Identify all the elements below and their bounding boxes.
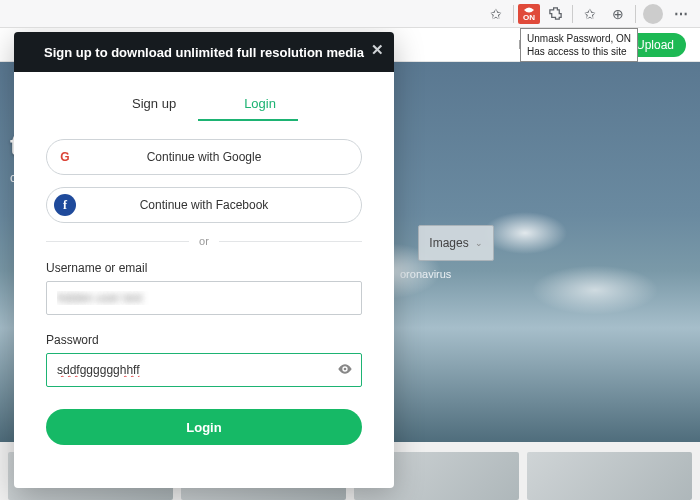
unmask-password-extension-icon[interactable]: ON — [518, 4, 540, 24]
chevron-down-icon: ⌄ — [475, 238, 483, 248]
profile-avatar[interactable] — [640, 3, 666, 25]
or-divider: or — [46, 235, 362, 247]
collections-icon[interactable]: ⊕ — [605, 3, 631, 25]
auth-tabs: Sign up Login — [46, 90, 362, 117]
tab-underline — [198, 119, 298, 121]
separator — [513, 5, 514, 23]
separator — [572, 5, 573, 23]
extension-badge: ON — [523, 14, 535, 22]
thumbnail[interactable] — [527, 452, 692, 500]
password-label: Password — [46, 333, 362, 347]
username-label: Username or email — [46, 261, 362, 275]
favorites-icon[interactable]: ✩ — [577, 3, 603, 25]
modal-body: Sign up Login G Continue with Google f C… — [14, 72, 394, 488]
toggle-password-visibility-icon[interactable] — [337, 361, 353, 380]
modal-title: Sign up to download unlimited full resol… — [44, 45, 364, 60]
password-input[interactable] — [46, 353, 362, 387]
tooltip-line: Unmask Password, ON — [527, 32, 631, 45]
dropdown-label: Images — [429, 236, 468, 250]
username-input[interactable] — [46, 281, 362, 315]
tooltip-line: Has access to this site — [527, 45, 631, 58]
tab-signup[interactable]: Sign up — [122, 90, 186, 117]
tab-login[interactable]: Login — [234, 90, 286, 117]
search-category-dropdown[interactable]: Images ⌄ — [418, 225, 494, 261]
hero-tag: oronavirus — [400, 268, 451, 280]
upload-label: Upload — [636, 38, 674, 52]
extensions-icon[interactable] — [542, 3, 568, 25]
google-icon: G — [54, 146, 76, 168]
or-label: or — [199, 235, 209, 247]
separator — [635, 5, 636, 23]
continue-facebook-button[interactable]: f Continue with Facebook — [46, 187, 362, 223]
google-label: Continue with Google — [147, 150, 262, 164]
extension-tooltip: Unmask Password, ON Has access to this s… — [520, 28, 638, 62]
browser-toolbar: ✩ ON ✩ ⊕ ⋯ — [0, 0, 700, 28]
close-icon[interactable]: ✕ — [371, 41, 384, 59]
more-icon[interactable]: ⋯ — [668, 3, 694, 25]
modal-header: Sign up to download unlimited full resol… — [14, 32, 394, 72]
auth-modal: Sign up to download unlimited full resol… — [14, 32, 394, 488]
facebook-icon: f — [54, 194, 76, 216]
login-button[interactable]: Login — [46, 409, 362, 445]
continue-google-button[interactable]: G Continue with Google — [46, 139, 362, 175]
facebook-label: Continue with Facebook — [140, 198, 269, 212]
add-bookmark-icon[interactable]: ✩ — [483, 3, 509, 25]
